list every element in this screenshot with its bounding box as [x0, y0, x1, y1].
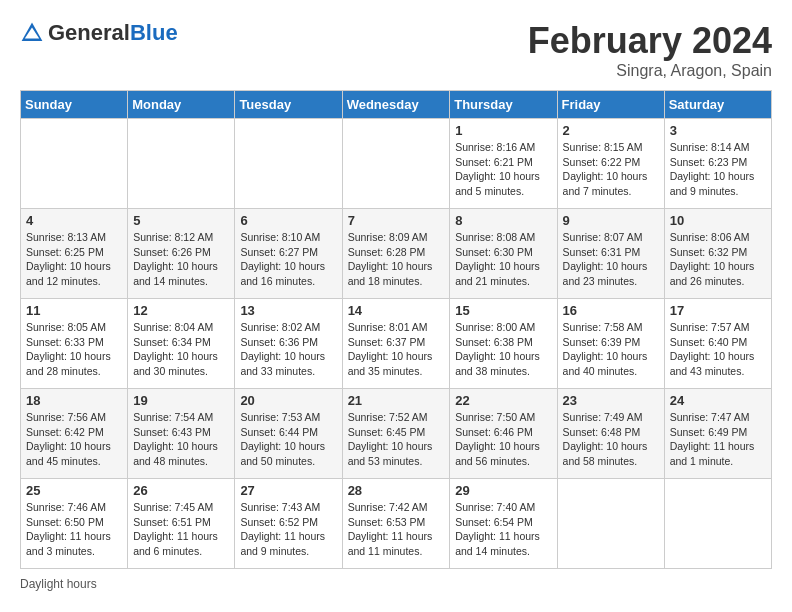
week-row-3: 11Sunrise: 8:05 AM Sunset: 6:33 PM Dayli… — [21, 299, 772, 389]
day-cell: 21Sunrise: 7:52 AM Sunset: 6:45 PM Dayli… — [342, 389, 450, 479]
week-row-5: 25Sunrise: 7:46 AM Sunset: 6:50 PM Dayli… — [21, 479, 772, 569]
day-cell: 19Sunrise: 7:54 AM Sunset: 6:43 PM Dayli… — [128, 389, 235, 479]
day-cell: 28Sunrise: 7:42 AM Sunset: 6:53 PM Dayli… — [342, 479, 450, 569]
logo: GeneralBlue — [20, 20, 178, 46]
day-info: Sunrise: 7:57 AM Sunset: 6:40 PM Dayligh… — [670, 320, 766, 379]
day-number: 22 — [455, 393, 551, 408]
day-cell: 10Sunrise: 8:06 AM Sunset: 6:32 PM Dayli… — [664, 209, 771, 299]
day-info: Sunrise: 7:52 AM Sunset: 6:45 PM Dayligh… — [348, 410, 445, 469]
column-header-thursday: Thursday — [450, 91, 557, 119]
day-info: Sunrise: 8:13 AM Sunset: 6:25 PM Dayligh… — [26, 230, 122, 289]
day-cell: 18Sunrise: 7:56 AM Sunset: 6:42 PM Dayli… — [21, 389, 128, 479]
logo-blue: Blue — [130, 20, 178, 45]
header: GeneralBlue February 2024 Singra, Aragon… — [20, 20, 772, 80]
column-header-monday: Monday — [128, 91, 235, 119]
day-cell: 27Sunrise: 7:43 AM Sunset: 6:52 PM Dayli… — [235, 479, 342, 569]
week-row-2: 4Sunrise: 8:13 AM Sunset: 6:25 PM Daylig… — [21, 209, 772, 299]
day-number: 14 — [348, 303, 445, 318]
day-cell: 17Sunrise: 7:57 AM Sunset: 6:40 PM Dayli… — [664, 299, 771, 389]
day-info: Sunrise: 7:46 AM Sunset: 6:50 PM Dayligh… — [26, 500, 122, 559]
day-number: 3 — [670, 123, 766, 138]
day-info: Sunrise: 7:42 AM Sunset: 6:53 PM Dayligh… — [348, 500, 445, 559]
day-number: 20 — [240, 393, 336, 408]
day-number: 29 — [455, 483, 551, 498]
day-cell: 8Sunrise: 8:08 AM Sunset: 6:30 PM Daylig… — [450, 209, 557, 299]
column-header-friday: Friday — [557, 91, 664, 119]
day-cell — [557, 479, 664, 569]
location-title: Singra, Aragon, Spain — [528, 62, 772, 80]
day-cell: 23Sunrise: 7:49 AM Sunset: 6:48 PM Dayli… — [557, 389, 664, 479]
day-number: 11 — [26, 303, 122, 318]
day-number: 16 — [563, 303, 659, 318]
day-number: 24 — [670, 393, 766, 408]
day-cell: 7Sunrise: 8:09 AM Sunset: 6:28 PM Daylig… — [342, 209, 450, 299]
day-cell: 25Sunrise: 7:46 AM Sunset: 6:50 PM Dayli… — [21, 479, 128, 569]
day-cell: 4Sunrise: 8:13 AM Sunset: 6:25 PM Daylig… — [21, 209, 128, 299]
day-cell: 13Sunrise: 8:02 AM Sunset: 6:36 PM Dayli… — [235, 299, 342, 389]
day-info: Sunrise: 8:12 AM Sunset: 6:26 PM Dayligh… — [133, 230, 229, 289]
day-info: Sunrise: 7:54 AM Sunset: 6:43 PM Dayligh… — [133, 410, 229, 469]
day-cell: 26Sunrise: 7:45 AM Sunset: 6:51 PM Dayli… — [128, 479, 235, 569]
day-number: 15 — [455, 303, 551, 318]
week-row-4: 18Sunrise: 7:56 AM Sunset: 6:42 PM Dayli… — [21, 389, 772, 479]
day-info: Sunrise: 7:43 AM Sunset: 6:52 PM Dayligh… — [240, 500, 336, 559]
title-section: February 2024 Singra, Aragon, Spain — [528, 20, 772, 80]
header-row: SundayMondayTuesdayWednesdayThursdayFrid… — [21, 91, 772, 119]
day-cell: 12Sunrise: 8:04 AM Sunset: 6:34 PM Dayli… — [128, 299, 235, 389]
day-number: 7 — [348, 213, 445, 228]
day-cell: 9Sunrise: 8:07 AM Sunset: 6:31 PM Daylig… — [557, 209, 664, 299]
calendar-table: SundayMondayTuesdayWednesdayThursdayFrid… — [20, 90, 772, 569]
day-info: Sunrise: 8:00 AM Sunset: 6:38 PM Dayligh… — [455, 320, 551, 379]
day-cell: 15Sunrise: 8:00 AM Sunset: 6:38 PM Dayli… — [450, 299, 557, 389]
day-info: Sunrise: 8:02 AM Sunset: 6:36 PM Dayligh… — [240, 320, 336, 379]
day-cell: 6Sunrise: 8:10 AM Sunset: 6:27 PM Daylig… — [235, 209, 342, 299]
day-info: Sunrise: 7:53 AM Sunset: 6:44 PM Dayligh… — [240, 410, 336, 469]
day-info: Sunrise: 8:04 AM Sunset: 6:34 PM Dayligh… — [133, 320, 229, 379]
day-info: Sunrise: 7:56 AM Sunset: 6:42 PM Dayligh… — [26, 410, 122, 469]
column-header-saturday: Saturday — [664, 91, 771, 119]
day-cell — [128, 119, 235, 209]
day-number: 6 — [240, 213, 336, 228]
day-cell: 1Sunrise: 8:16 AM Sunset: 6:21 PM Daylig… — [450, 119, 557, 209]
column-header-sunday: Sunday — [21, 91, 128, 119]
day-number: 8 — [455, 213, 551, 228]
day-number: 5 — [133, 213, 229, 228]
day-cell: 29Sunrise: 7:40 AM Sunset: 6:54 PM Dayli… — [450, 479, 557, 569]
day-number: 19 — [133, 393, 229, 408]
day-cell: 5Sunrise: 8:12 AM Sunset: 6:26 PM Daylig… — [128, 209, 235, 299]
day-number: 10 — [670, 213, 766, 228]
day-cell: 11Sunrise: 8:05 AM Sunset: 6:33 PM Dayli… — [21, 299, 128, 389]
column-header-tuesday: Tuesday — [235, 91, 342, 119]
day-number: 4 — [26, 213, 122, 228]
day-number: 17 — [670, 303, 766, 318]
day-cell: 14Sunrise: 8:01 AM Sunset: 6:37 PM Dayli… — [342, 299, 450, 389]
day-cell: 22Sunrise: 7:50 AM Sunset: 6:46 PM Dayli… — [450, 389, 557, 479]
day-info: Sunrise: 8:14 AM Sunset: 6:23 PM Dayligh… — [670, 140, 766, 199]
day-number: 27 — [240, 483, 336, 498]
day-info: Sunrise: 8:16 AM Sunset: 6:21 PM Dayligh… — [455, 140, 551, 199]
logo-general: General — [48, 20, 130, 45]
day-number: 9 — [563, 213, 659, 228]
day-info: Sunrise: 8:07 AM Sunset: 6:31 PM Dayligh… — [563, 230, 659, 289]
day-info: Sunrise: 7:40 AM Sunset: 6:54 PM Dayligh… — [455, 500, 551, 559]
day-cell: 16Sunrise: 7:58 AM Sunset: 6:39 PM Dayli… — [557, 299, 664, 389]
day-info: Sunrise: 8:15 AM Sunset: 6:22 PM Dayligh… — [563, 140, 659, 199]
column-header-wednesday: Wednesday — [342, 91, 450, 119]
day-cell: 2Sunrise: 8:15 AM Sunset: 6:22 PM Daylig… — [557, 119, 664, 209]
day-number: 18 — [26, 393, 122, 408]
footer-note: Daylight hours — [20, 577, 772, 591]
day-info: Sunrise: 8:06 AM Sunset: 6:32 PM Dayligh… — [670, 230, 766, 289]
day-cell — [664, 479, 771, 569]
day-info: Sunrise: 8:01 AM Sunset: 6:37 PM Dayligh… — [348, 320, 445, 379]
day-cell — [21, 119, 128, 209]
day-number: 2 — [563, 123, 659, 138]
day-cell: 3Sunrise: 8:14 AM Sunset: 6:23 PM Daylig… — [664, 119, 771, 209]
day-cell — [342, 119, 450, 209]
day-info: Sunrise: 7:49 AM Sunset: 6:48 PM Dayligh… — [563, 410, 659, 469]
day-info: Sunrise: 8:09 AM Sunset: 6:28 PM Dayligh… — [348, 230, 445, 289]
day-number: 13 — [240, 303, 336, 318]
day-cell: 24Sunrise: 7:47 AM Sunset: 6:49 PM Dayli… — [664, 389, 771, 479]
day-cell — [235, 119, 342, 209]
daylight-label: Daylight hours — [20, 577, 97, 591]
day-number: 21 — [348, 393, 445, 408]
